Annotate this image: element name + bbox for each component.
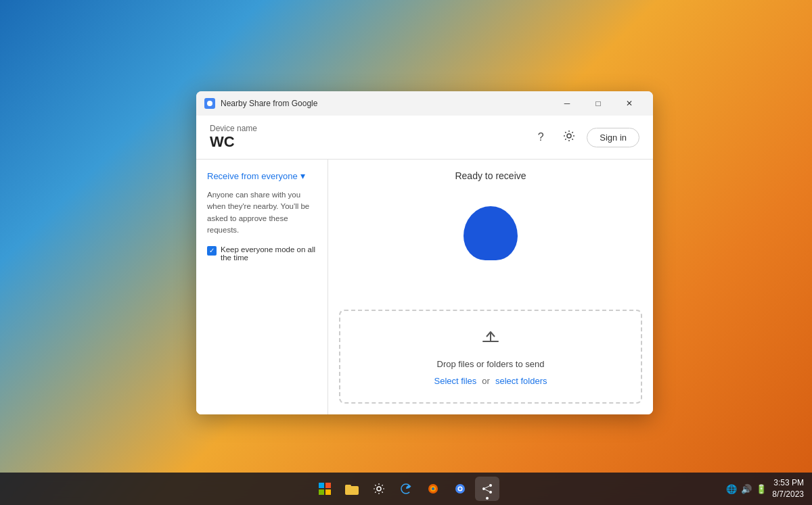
svg-rect-6 bbox=[319, 489, 324, 495]
window-header: Device name WC ? bbox=[196, 116, 653, 160]
receive-description: Anyone can share with you when they're n… bbox=[207, 189, 317, 236]
system-tray: 🌐 🔊 🔋 bbox=[726, 484, 767, 494]
svg-point-0 bbox=[207, 101, 212, 106]
volume-icon[interactable]: 🔊 bbox=[741, 484, 752, 494]
taskbar-start-button[interactable] bbox=[313, 477, 337, 501]
taskbar-clock[interactable]: 3:53 PM 8/7/2023 bbox=[772, 477, 804, 500]
device-avatar bbox=[460, 203, 521, 264]
gear-icon bbox=[563, 130, 575, 145]
clock-date: 8/7/2023 bbox=[772, 489, 804, 500]
maximize-button[interactable]: □ bbox=[583, 93, 614, 114]
right-panel: Ready to receive bbox=[328, 160, 653, 414]
network-icon[interactable]: 🌐 bbox=[726, 484, 737, 494]
taskbar-settings[interactable] bbox=[367, 477, 391, 501]
sign-in-button[interactable]: Sign in bbox=[587, 128, 639, 147]
drop-links: Select files or select folders bbox=[357, 376, 625, 386]
keep-everyone-label: Keep everyone mode on all the time bbox=[221, 245, 317, 262]
upload-icon bbox=[357, 327, 625, 354]
select-files-link[interactable]: Select files bbox=[434, 376, 476, 386]
taskbar-firefox[interactable] bbox=[421, 477, 445, 501]
svg-point-1 bbox=[567, 134, 571, 138]
taskbar-file-explorer[interactable] bbox=[340, 477, 364, 501]
taskbar-center bbox=[313, 477, 499, 501]
clock-time: 3:53 PM bbox=[772, 477, 804, 489]
taskbar-edge[interactable] bbox=[394, 477, 418, 501]
minimize-button[interactable]: ─ bbox=[551, 93, 583, 114]
close-button[interactable]: ✕ bbox=[614, 93, 645, 114]
svg-rect-5 bbox=[325, 483, 331, 488]
svg-line-21 bbox=[485, 489, 489, 491]
taskbar-nearby-share[interactable] bbox=[475, 477, 499, 501]
svg-point-10 bbox=[377, 487, 381, 491]
nearby-share-window: Nearby Share from Google ─ □ ✕ Device na… bbox=[196, 91, 653, 414]
select-folders-link[interactable]: select folders bbox=[495, 376, 547, 386]
svg-line-20 bbox=[485, 486, 489, 488]
window-controls: ─ □ ✕ bbox=[551, 93, 645, 114]
desktop: Nearby Share from Google ─ □ ✕ Device na… bbox=[0, 0, 812, 505]
drop-text: Drop files or folders to send bbox=[357, 359, 625, 369]
left-panel: Receive from everyone ▾ Anyone can share… bbox=[196, 160, 328, 414]
checkmark-icon: ✓ bbox=[209, 247, 215, 254]
battery-icon[interactable]: 🔋 bbox=[756, 484, 767, 494]
svg-point-13 bbox=[432, 487, 434, 490]
keep-everyone-mode-row: ✓ Keep everyone mode on all the time bbox=[207, 245, 317, 262]
window-content: Device name WC ? bbox=[196, 116, 653, 414]
help-button[interactable]: ? bbox=[530, 126, 551, 148]
svg-rect-4 bbox=[319, 483, 324, 488]
taskbar-chrome[interactable] bbox=[448, 477, 472, 501]
svg-rect-7 bbox=[325, 489, 331, 495]
drop-zone[interactable]: Drop files or folders to send Select fil… bbox=[339, 310, 642, 404]
device-name-value: WC bbox=[210, 133, 257, 151]
svg-rect-9 bbox=[345, 485, 351, 488]
ready-to-receive-text: Ready to receive bbox=[455, 170, 526, 181]
window-body: Receive from everyone ▾ Anyone can share… bbox=[196, 160, 653, 414]
app-icon bbox=[204, 98, 215, 109]
or-text: or bbox=[482, 376, 490, 386]
svg-point-19 bbox=[489, 491, 492, 494]
device-name-section: Device name WC bbox=[210, 124, 257, 151]
svg-point-18 bbox=[489, 484, 492, 487]
device-name-label: Device name bbox=[210, 124, 257, 133]
svg-point-16 bbox=[459, 487, 461, 490]
receive-dropdown[interactable]: Receive from everyone ▾ bbox=[207, 170, 317, 181]
svg-point-17 bbox=[482, 487, 485, 490]
titlebar: Nearby Share from Google ─ □ ✕ bbox=[196, 91, 653, 116]
taskbar-right: 🌐 🔊 🔋 3:53 PM 8/7/2023 bbox=[726, 477, 804, 500]
header-actions: ? Sign in bbox=[530, 126, 639, 148]
ghost-icon bbox=[464, 206, 518, 260]
keep-everyone-checkbox[interactable]: ✓ bbox=[207, 246, 217, 256]
receive-dropdown-label: Receive from everyone bbox=[207, 171, 298, 181]
help-icon: ? bbox=[538, 131, 544, 143]
settings-button[interactable] bbox=[558, 126, 580, 148]
taskbar: 🌐 🔊 🔋 3:53 PM 8/7/2023 bbox=[0, 473, 812, 505]
chevron-down-icon: ▾ bbox=[300, 170, 305, 181]
svg-rect-3 bbox=[490, 333, 491, 342]
window-title: Nearby Share from Google bbox=[221, 99, 551, 108]
